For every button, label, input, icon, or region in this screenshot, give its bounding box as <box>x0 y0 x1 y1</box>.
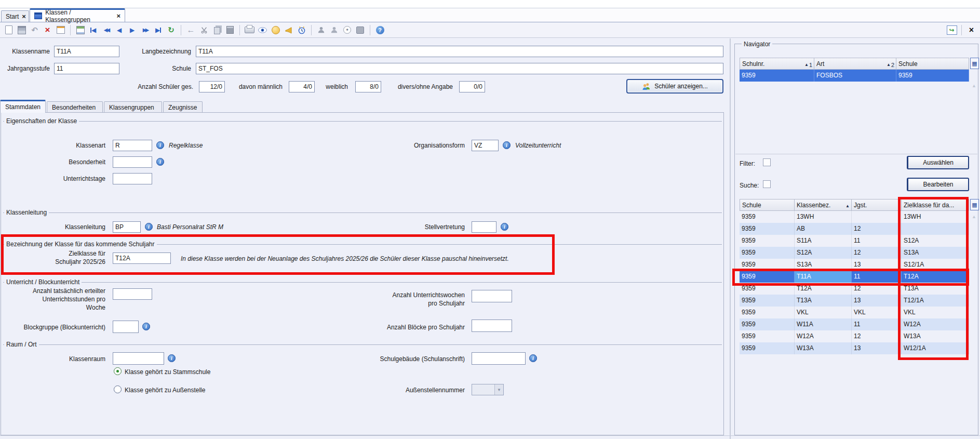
new-record-icon[interactable] <box>3 24 15 36</box>
tab-stammdaten[interactable]: Stammdaten <box>0 100 46 113</box>
help-icon[interactable]: ? <box>374 24 386 36</box>
student-add-icon[interactable] <box>315 24 327 36</box>
toolbar-separator <box>70 25 71 35</box>
cut-icon[interactable] <box>198 24 210 36</box>
back-icon[interactable]: ← <box>185 24 197 36</box>
schulgebaeude-input[interactable] <box>472 352 526 365</box>
delete-icon[interactable]: × <box>42 24 53 36</box>
info-icon[interactable]: i <box>503 141 511 149</box>
student-remove-icon[interactable] <box>328 24 340 36</box>
table-row[interactable]: 9359 S11A 11 S12A <box>740 235 969 247</box>
table-row[interactable]: 9359 VKL VKL VKL <box>740 307 969 318</box>
column-header-jgst[interactable]: Jgst. <box>852 199 902 211</box>
report-view-icon[interactable] <box>74 24 86 36</box>
scroll-up-icon[interactable]: ▲ <box>972 214 976 219</box>
scroll-up-icon[interactable]: ▲ <box>972 83 976 88</box>
bloecke-input[interactable] <box>472 320 512 332</box>
chevron-down-icon[interactable]: ▼ <box>494 384 503 395</box>
klassenleitung-hint: Basti Personalrat StR M <box>157 223 223 231</box>
last-record-icon[interactable]: ▶ <box>152 24 164 36</box>
table-row[interactable]: 9359 13WH 13WH <box>740 211 969 223</box>
stellvertretung-input[interactable] <box>472 221 496 233</box>
table-row[interactable]: 9359 T13A 13 T12/1A <box>740 295 969 307</box>
filter-checkbox[interactable] <box>763 158 771 166</box>
column-header-schule[interactable]: Schule <box>740 199 795 211</box>
info-icon[interactable]: i <box>156 141 164 149</box>
toolbar-close-icon[interactable]: × <box>965 24 977 36</box>
info-icon[interactable]: i <box>501 223 508 231</box>
info-icon[interactable]: i <box>142 323 150 330</box>
tab-start[interactable]: Start × <box>1 10 29 22</box>
besonderheit-input[interactable] <box>113 156 152 168</box>
undo-icon[interactable]: ↶ <box>29 24 41 36</box>
announcement-horn-icon[interactable] <box>283 24 294 36</box>
unterrichtstage-input[interactable] <box>113 173 152 184</box>
notification-icon[interactable] <box>270 24 281 36</box>
auswaehlen-button[interactable]: Auswählen <box>907 156 969 169</box>
tab-klassengruppen[interactable]: Klassengruppen <box>104 101 162 113</box>
navigator-selected-row[interactable]: 9359 FOSBOS 9359 <box>740 70 969 82</box>
suche-checkbox[interactable] <box>763 180 771 188</box>
schueler-anzeigen-button[interactable]: Schüler anzeigen... <box>626 79 723 94</box>
blockgruppe-input[interactable] <box>113 321 139 333</box>
radio-aussenstelle[interactable] <box>114 385 122 393</box>
bearbeiten-button[interactable]: Bearbeiten <box>907 178 969 191</box>
next-record-icon[interactable]: ▶ <box>126 24 138 36</box>
close-icon[interactable]: × <box>22 13 26 20</box>
form-view-icon[interactable] <box>55 24 66 36</box>
column-config-icon[interactable]: ▦ <box>970 58 979 69</box>
column-header-art[interactable]: Art ▲2 <box>814 58 896 70</box>
table-row[interactable]: 9359 W12A 12 W13A <box>740 330 969 342</box>
bloecke-label: Anzahl Blöcke pro Schuljahr <box>364 324 465 331</box>
close-icon[interactable]: × <box>116 12 120 19</box>
info-icon[interactable]: i <box>145 223 153 231</box>
column-header-schule[interactable]: Schule <box>896 58 969 70</box>
table-row[interactable]: 9359 S13A 13 S12/1A <box>740 259 969 271</box>
tab-klassen[interactable]: Klassen / Klassengruppen × <box>30 8 125 22</box>
langbezeichnung-input[interactable]: T11A <box>196 46 723 57</box>
options-icon[interactable]: ✦ <box>341 24 353 36</box>
toolbar-separator <box>370 25 370 35</box>
table-row[interactable]: 9359 W11A 11 W12A <box>740 318 969 330</box>
organisationsform-input[interactable]: VZ <box>472 140 499 151</box>
tab-besonderheiten[interactable]: Besonderheiten <box>47 101 103 113</box>
table-row[interactable]: 9359 AB 12 <box>740 223 969 235</box>
scheduler-clock-icon[interactable] <box>296 24 307 36</box>
column-header-zielklasse[interactable]: Zielklasse für da... <box>902 199 969 211</box>
panel-splitter[interactable] <box>730 38 731 439</box>
copy-icon[interactable] <box>211 24 223 36</box>
save-icon[interactable] <box>16 24 28 36</box>
schule-input[interactable]: ST_FOS <box>196 63 723 74</box>
previous-record-icon[interactable]: ◀ <box>113 24 125 36</box>
table-row[interactable]: 9359 S12A 12 S13A <box>740 247 969 259</box>
info-icon[interactable]: i <box>168 354 176 362</box>
radio-stammschule[interactable] <box>114 367 122 375</box>
module-icon[interactable] <box>354 24 366 36</box>
table-row-selected[interactable]: 9359 T11A 11 T12A <box>740 271 969 283</box>
zielklasse-input[interactable]: T12A <box>113 252 171 264</box>
preview-eye-icon[interactable] <box>257 24 269 36</box>
paste-icon[interactable] <box>224 24 236 36</box>
column-config-icon[interactable]: ▦ <box>970 199 979 210</box>
column-header-klassenbez[interactable]: Klassenbez. ▲ <box>795 199 852 211</box>
aussenstellennummer-combo[interactable]: ▼ <box>472 384 504 395</box>
table-row[interactable]: 9359 W13A 13 W12/1A <box>740 342 969 354</box>
info-icon[interactable]: i <box>529 354 537 362</box>
klassenraum-input[interactable] <box>113 352 164 365</box>
tab-zeugnisse[interactable]: Zeugnisse <box>163 101 203 113</box>
column-header-schulnr[interactable]: Schulnr. ▲1 <box>740 58 814 70</box>
window-switch-icon[interactable]: ↪ <box>946 24 958 36</box>
unterrichtsstunden-input[interactable] <box>113 288 152 300</box>
info-icon[interactable]: i <box>156 158 164 166</box>
table-row[interactable]: 9359 T12A 12 T13A <box>740 283 969 295</box>
klassenart-input[interactable]: R <box>113 140 152 151</box>
klassenname-input[interactable]: T11A <box>54 46 119 57</box>
fast-rewind-icon[interactable]: ◀◀ <box>100 24 112 36</box>
print-icon[interactable] <box>244 24 256 36</box>
unterrichtswochen-input[interactable] <box>472 290 512 302</box>
refresh-icon[interactable]: ↻ <box>165 24 177 36</box>
first-record-icon[interactable]: ◀ <box>87 24 99 36</box>
fast-forward-icon[interactable]: ▶▶ <box>139 24 151 36</box>
klassenleitung-input[interactable]: BP <box>113 221 141 233</box>
jahrgangsstufe-input[interactable]: 11 <box>54 63 119 74</box>
